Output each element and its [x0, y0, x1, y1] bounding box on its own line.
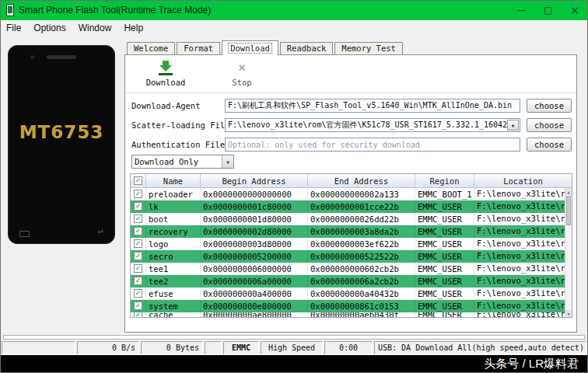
- menu-help[interactable]: Help: [117, 20, 149, 36]
- partition-row[interactable]: ✓ preloader 0x0000000000000000 0x0000000…: [131, 188, 565, 200]
- partition-name: cache: [146, 312, 201, 317]
- row-checkbox[interactable]: ✓: [134, 202, 142, 211]
- partition-end-address: 0x00000000861c0153: [308, 300, 415, 312]
- row-checkbox-cell: ✓: [131, 250, 146, 262]
- column-header-begin-address[interactable]: Begin Address: [201, 174, 308, 187]
- menu-options[interactable]: Options: [27, 20, 72, 36]
- row-checkbox-cell: ✓: [131, 263, 146, 274]
- partition-end-address: 0x000000000002a133: [308, 188, 415, 200]
- auth-file-input[interactable]: [225, 138, 520, 152]
- status-bytes: 0 Bytes: [141, 341, 203, 354]
- row-checkbox[interactable]: ✓: [134, 190, 142, 198]
- partition-table-header: ✓ Name Begin Address End Address Region …: [131, 174, 572, 188]
- partition-name: tee1: [146, 263, 201, 274]
- partition-row[interactable]: ✓ tee2 0x0000000006a00000 0x0000000006a2…: [131, 275, 565, 288]
- partition-begin-address: 0x000000000e800000: [201, 300, 308, 312]
- tab-format[interactable]: Format: [177, 42, 220, 54]
- check-icon: ✓: [135, 302, 140, 309]
- close-button[interactable]: ×: [562, 0, 588, 20]
- auth-file-choose-button[interactable]: choose: [527, 138, 572, 152]
- download-mode-select[interactable]: Download Only ▼: [131, 155, 234, 169]
- scroll-down-icon[interactable]: ▼: [565, 310, 572, 317]
- phone-camera-dot: [30, 55, 34, 59]
- partition-row[interactable]: ✓ system 0x000000000e800000 0x0000000086…: [131, 300, 565, 312]
- check-icon: ✓: [135, 227, 140, 235]
- scatter-file-combobox[interactable]: F:\lenovo_x3lite\rom\官方固件\K51c78_USR_ST1…: [225, 118, 520, 132]
- chevron-down-icon[interactable]: ▼: [507, 120, 519, 131]
- row-checkbox[interactable]: ✓: [134, 302, 142, 310]
- tab-readback[interactable]: Readback: [280, 42, 334, 54]
- row-checkbox[interactable]: ✓: [134, 239, 142, 248]
- column-header-region[interactable]: Region: [415, 174, 474, 187]
- scatter-file-row: Scatter-loading File F:\lenovo_x3lite\ro…: [131, 118, 572, 132]
- partition-row[interactable]: ✓ efuse 0x000000000a400000 0x000000000a4…: [131, 288, 565, 300]
- auth-file-row: Authentication File choose: [131, 138, 572, 152]
- watermark-strip: 头条号 / LR爆料君: [0, 355, 588, 373]
- tab-memory-test-label: Memory Test: [341, 44, 396, 53]
- select-all-checkbox[interactable]: ✓: [131, 174, 146, 187]
- phone-nav-keys: ↩: [19, 225, 103, 237]
- titlebar[interactable]: Smart Phone Flash Tool(Runtime Trace Mod…: [0, 0, 588, 20]
- auth-file-label: Authentication File: [131, 140, 225, 149]
- app-icon: [6, 4, 14, 16]
- partition-begin-address: 0x0000000001d80000: [201, 213, 308, 225]
- partition-begin-address: 0x0000000000000000: [201, 188, 308, 200]
- chevron-down-icon[interactable]: ▼: [222, 155, 233, 168]
- partition-region: EMMC_USER: [415, 263, 474, 274]
- partition-row[interactable]: ✓ tee1 0x0000000006000000 0x000000000602…: [131, 263, 565, 275]
- partition-region: EMMC_USER: [415, 275, 474, 287]
- row-checkbox[interactable]: ✓: [134, 289, 142, 298]
- partition-region: EMMC_USER: [415, 213, 474, 225]
- partition-end-address: 0x0000000003ef622b: [308, 238, 415, 249]
- menu-file[interactable]: File: [0, 20, 27, 36]
- table-scrollbar[interactable]: ▲ ▼: [565, 188, 572, 317]
- row-checkbox[interactable]: ✓: [134, 312, 142, 317]
- tab-welcome-label: Welcome: [134, 44, 168, 53]
- partition-region: EMMC_USER: [415, 300, 474, 312]
- status-speed: 0 B/s: [77, 341, 139, 354]
- download-button[interactable]: Download: [141, 60, 191, 87]
- scroll-up-icon[interactable]: ▲: [565, 188, 572, 195]
- partition-begin-address: 0x00000000ae800000: [201, 312, 308, 317]
- partition-begin-address: 0x0000000006000000: [201, 263, 308, 274]
- download-agent-choose-button[interactable]: choose: [527, 99, 572, 113]
- phone-speaker: [47, 55, 76, 59]
- row-checkbox-cell: ✓: [131, 312, 146, 317]
- tab-download-label: Download: [229, 44, 271, 53]
- row-checkbox[interactable]: ✓: [134, 277, 142, 285]
- stop-button[interactable]: × Stop: [217, 60, 267, 87]
- tab-download[interactable]: Download: [222, 40, 278, 55]
- partition-end-address: 0x00000000026dd22b: [308, 213, 415, 225]
- partition-row[interactable]: ✓ boot 0x0000000001d80000 0x00000000026d…: [131, 213, 565, 225]
- download-icon: [157, 60, 174, 75]
- column-header-location[interactable]: Location: [474, 174, 572, 187]
- row-checkbox[interactable]: ✓: [134, 264, 142, 273]
- column-header-name[interactable]: Name: [146, 174, 201, 187]
- tab-welcome[interactable]: Welcome: [127, 42, 175, 54]
- partition-row[interactable]: ✓ secro 0x0000000005200000 0x00000000052…: [131, 250, 565, 263]
- partition-row[interactable]: ✓ recovery 0x0000000002d80000 0x00000000…: [131, 225, 565, 238]
- partition-region: EMMC_USER: [415, 225, 474, 237]
- partition-location: F:\lenovo_x3lite\rom\官...: [474, 200, 565, 212]
- partition-begin-address: 0x0000000006a00000: [201, 275, 308, 287]
- partition-row[interactable]: ✓ cache 0x00000000ae800000 0x00000000aeb…: [131, 312, 565, 317]
- minimize-button[interactable]: —: [509, 0, 535, 20]
- row-checkbox[interactable]: ✓: [134, 227, 142, 235]
- scatter-file-choose-button[interactable]: choose: [527, 118, 572, 132]
- partition-row[interactable]: ✓ logo 0x0000000003d80000 0x0000000003ef…: [131, 238, 565, 250]
- menu-window[interactable]: Window: [72, 20, 118, 36]
- partition-row[interactable]: ✓ lk 0x0000000001c80000 0x0000000001cce2…: [131, 200, 565, 213]
- partition-table: ✓ Name Begin Address End Address Region …: [130, 173, 572, 318]
- row-checkbox[interactable]: ✓: [134, 252, 142, 260]
- check-icon: ✓: [135, 190, 140, 197]
- download-agent-input[interactable]: [225, 99, 520, 113]
- row-checkbox[interactable]: ✓: [134, 214, 142, 223]
- row-checkbox-cell: ✓: [131, 238, 146, 249]
- scrollbar-thumb[interactable]: [566, 196, 571, 225]
- column-header-end-address[interactable]: End Address: [308, 174, 415, 187]
- maximize-button[interactable]: □: [535, 0, 562, 20]
- partition-name: secro: [146, 250, 201, 262]
- row-checkbox-cell: ✓: [131, 225, 146, 237]
- partition-location: F:\lenovo_x3lite\rom\官...: [474, 188, 565, 200]
- tab-memory-test[interactable]: Memory Test: [334, 42, 403, 54]
